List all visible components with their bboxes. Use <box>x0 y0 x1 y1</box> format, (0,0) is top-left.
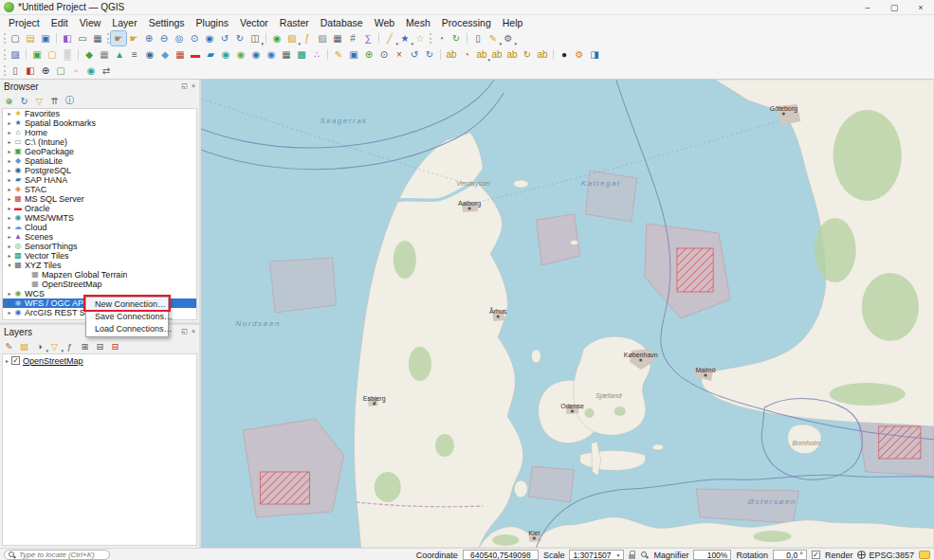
pin-unpin-labels[interactable]: ab▾ <box>474 47 489 62</box>
new-annotation[interactable]: ✎▾ <box>485 31 501 45</box>
pan-arrows-tool[interactable]: ⇄ <box>99 63 114 78</box>
layer-openstreetmap[interactable]: ▸ ✓ OpenStreetMap <box>3 354 196 367</box>
new-shapefile-layer[interactable]: ▢ <box>45 47 60 62</box>
browser-item-drive-c[interactable]: ▸ ▭ C:\ (Intune) <box>3 137 196 147</box>
redo[interactable]: ↻ <box>422 47 437 62</box>
locate-input[interactable] <box>19 551 104 559</box>
new-geopackage-layer[interactable]: ▣ <box>29 47 45 62</box>
select-features[interactable]: ▧▾ <box>284 31 300 45</box>
browser-item-openstreetmap[interactable]: ▦ OpenStreetMap <box>3 280 196 289</box>
style-copy-tool[interactable]: ◧ <box>23 63 38 78</box>
menu-help[interactable]: Help <box>497 15 529 30</box>
options[interactable]: ⚙▾ <box>501 31 516 45</box>
undock-panel-icon[interactable]: ◱ <box>181 80 188 93</box>
pan-map[interactable]: ☛ <box>111 31 126 45</box>
filter-legend[interactable]: ▽▾ <box>47 339 62 352</box>
toggle-editing[interactable]: ✎ <box>331 47 346 62</box>
properties-widget[interactable]: ⓘ <box>63 94 77 107</box>
browser-item-spatial-bookmarks[interactable]: ▸ ★ Spatial Bookmarks <box>3 118 196 128</box>
add-delimited-text-layer[interactable]: ≡ <box>127 47 142 62</box>
add-point-cloud-layer[interactable]: ∴ <box>309 47 324 62</box>
refresh-browser[interactable]: ↻ <box>17 94 31 107</box>
menu-settings[interactable]: Settings <box>143 15 191 30</box>
menu-database[interactable]: Database <box>315 15 369 30</box>
browser-item-cloud[interactable]: ▸ ☁ Cloud <box>3 223 196 232</box>
locate-bar[interactable] <box>4 550 110 560</box>
browser-item-spatialite[interactable]: ▸ ◆ SpatiaLite <box>3 156 196 166</box>
add-vector-tile-layer[interactable]: ▩ <box>294 47 309 62</box>
rotation-value[interactable]: 0,0 ° <box>773 550 807 560</box>
new-spatial-bookmark[interactable]: ☆ <box>412 31 428 45</box>
zoom-in[interactable]: ⊕ <box>141 31 156 45</box>
new-print-layout[interactable]: ▭ <box>75 31 90 45</box>
zoom-full[interactable]: ◎ <box>172 31 187 45</box>
layer-diagram-options[interactable]: ◔ <box>459 47 474 62</box>
plugin-tool[interactable]: ◨ <box>587 47 602 62</box>
new-3d-map-view[interactable]: ◫▾ <box>247 31 263 45</box>
move-label[interactable]: ab <box>504 47 520 62</box>
menu-item-new-connection[interactable]: New Connection… <box>87 298 167 311</box>
browser-item-scenes[interactable]: ▸ ▲ Scenes <box>3 232 196 242</box>
filter-browser[interactable]: ▽ <box>32 94 46 107</box>
menu-web[interactable]: Web <box>369 15 400 30</box>
select-by-expression[interactable]: ƒ <box>300 31 315 45</box>
zoom-last[interactable]: ↺ <box>217 31 232 45</box>
delete-selected[interactable]: × <box>392 47 407 62</box>
add-wcs-layer[interactable]: ◉ <box>233 47 248 62</box>
browser-item-favorites[interactable]: ▸ ★ Favorites <box>3 109 196 118</box>
messages-icon[interactable] <box>919 551 930 559</box>
web-map-tool[interactable]: ◉ <box>83 63 99 78</box>
menu-vector[interactable]: Vector <box>234 15 274 30</box>
remove-layer[interactable]: ⊟ <box>108 339 122 352</box>
add-raster-layer[interactable]: ▦ <box>97 47 112 62</box>
menu-plugins[interactable]: Plugins <box>191 15 234 30</box>
add-vector-layer[interactable]: ◆ <box>82 47 97 62</box>
style-manager[interactable]: ◧ <box>60 31 75 45</box>
close-button[interactable]: × <box>907 0 934 15</box>
rotate-label[interactable]: ↻ <box>520 47 535 62</box>
menu-item-load-connections[interactable]: Load Connections… <box>87 323 167 335</box>
browser-item-geopackage[interactable]: ▸ ▣ GeoPackage <box>3 147 196 156</box>
add-postgis-layer[interactable]: ◉ <box>142 47 157 62</box>
close-panel-icon[interactable]: × <box>192 80 195 93</box>
select-extent-tool[interactable]: ▫ <box>68 63 83 78</box>
temporal-controller-panel[interactable]: ◔ <box>433 31 449 45</box>
vertex-tool[interactable]: ⊙ <box>376 47 392 62</box>
add-wms-layer[interactable]: ◉ <box>218 47 233 62</box>
new-project[interactable]: ▢ <box>8 31 23 45</box>
highlight-pinned-labels[interactable]: ab <box>489 47 504 62</box>
layer-visibility-checkbox[interactable]: ✓ <box>11 356 20 365</box>
processing-toolbox[interactable]: ⚙ <box>572 47 587 62</box>
crs-widget[interactable]: EPSG:3857 <box>857 551 914 560</box>
maximize-button[interactable]: ▢ <box>881 0 907 15</box>
identify-features[interactable]: ◉ <box>269 31 284 45</box>
browser-item-home[interactable]: ▸ ⌂ Home <box>3 128 196 137</box>
new-temporary-scratch-layer[interactable]: ▒ <box>60 47 75 62</box>
add-selected-layers[interactable]: ⊕ <box>2 94 16 107</box>
menu-project[interactable]: Project <box>3 15 46 30</box>
menu-mesh[interactable]: Mesh <box>400 15 436 30</box>
undo[interactable]: ↺ <box>407 47 422 62</box>
coordinate-value[interactable]: 640540,7549098 <box>463 550 539 560</box>
add-arcgis-rest-layer[interactable]: ◉ <box>264 47 279 62</box>
open-project[interactable]: ▤ <box>23 31 38 45</box>
browser-item-postgresql[interactable]: ▸ ◉ PostgreSQL <box>3 166 196 175</box>
layer-labeling-options[interactable]: ab <box>444 47 459 62</box>
lock-scale-icon[interactable] <box>629 551 636 559</box>
scale-combobox[interactable]: 1:3071507▼ <box>569 550 624 560</box>
pan-to-selection[interactable]: ☛ <box>126 31 141 45</box>
menu-processing[interactable]: Processing <box>436 15 497 30</box>
zoom-to-layer[interactable]: ◉ <box>202 31 217 45</box>
minimize-button[interactable]: – <box>854 0 881 15</box>
show-layout-manager[interactable]: ▦ <box>90 31 105 45</box>
zoom-out[interactable]: ⊖ <box>156 31 172 45</box>
menu-raster[interactable]: Raster <box>274 15 315 30</box>
change-label-properties[interactable]: ab <box>535 47 550 62</box>
expand-all[interactable]: ⊞ <box>78 339 92 352</box>
statistical-summary[interactable]: ∑ <box>360 31 375 45</box>
add-mssql-layer[interactable]: ▦ <box>173 47 188 62</box>
browser-item-stac[interactable]: ▸ ◈ STAC <box>3 185 196 194</box>
add-mesh-layer[interactable]: ▲ <box>112 47 127 62</box>
open-layer-styling-panel[interactable]: ✎ <box>2 339 16 352</box>
filter-by-expression[interactable]: ƒ <box>63 339 77 352</box>
